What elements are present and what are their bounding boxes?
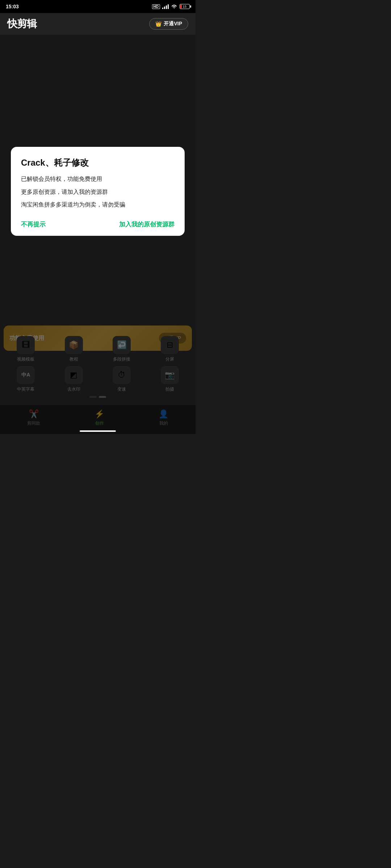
vip-button-label: 开通VIP xyxy=(164,21,182,27)
dismiss-button[interactable]: 不再提示 xyxy=(21,220,46,229)
hd-badge: HD xyxy=(152,4,160,9)
crown-icon: 👑 xyxy=(155,21,161,27)
dialog-title: Crack、耗子修改 xyxy=(21,157,175,169)
main-content: Crack、耗子修改 已解锁会员特权，功能免费使用 更多原创资源，请加入我的资源… xyxy=(0,35,196,434)
vip-button[interactable]: 👑 开通VIP xyxy=(149,18,188,30)
dialog-line3: 淘宝闲鱼拼多多渠道均为倒卖，请勿受骗 xyxy=(21,200,175,209)
signal-icon xyxy=(162,4,169,9)
info-dialog: Crack、耗子修改 已解锁会员特权，功能免费使用 更多原创资源，请加入我的资源… xyxy=(11,147,185,236)
wifi-icon xyxy=(171,4,177,9)
app-header: 快剪辑 👑 开通VIP xyxy=(0,13,196,35)
dialog-line2: 更多原创资源，请加入我的资源群 xyxy=(21,187,175,197)
status-bar: 15:03 HD 15 xyxy=(0,0,196,13)
app-title: 快剪辑 xyxy=(7,17,37,31)
dialog-actions: 不再提示 加入我的原创资源群 xyxy=(21,217,175,229)
home-indicator xyxy=(80,430,116,432)
status-time: 15:03 xyxy=(6,4,19,9)
battery-icon: 15 xyxy=(180,4,190,9)
join-button[interactable]: 加入我的原创资源群 xyxy=(119,220,175,229)
dialog-line1: 已解锁会员特权，功能免费使用 xyxy=(21,174,175,184)
